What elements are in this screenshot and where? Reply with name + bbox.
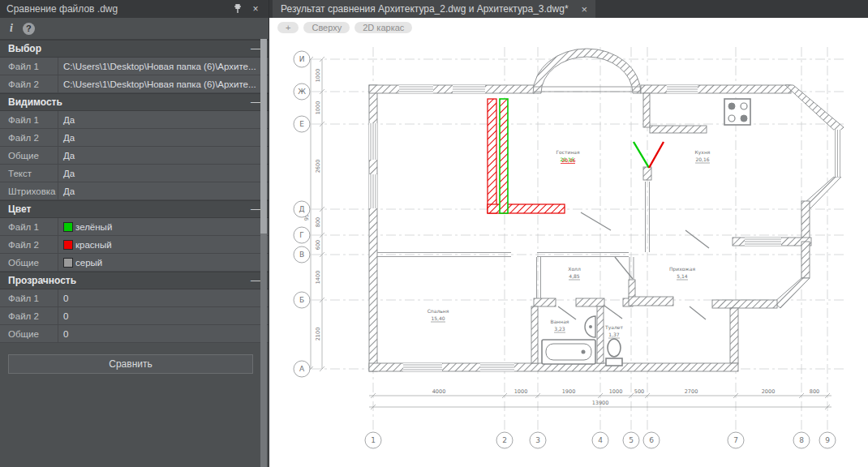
collapse-icon[interactable]: — [251, 43, 260, 54]
svg-text:Е: Е [299, 120, 304, 128]
row-file1-path[interactable]: Файл 1 C:\Users\1\Desktop\Новая папка (6… [0, 58, 269, 75]
collapse-icon[interactable]: — [251, 275, 260, 286]
svg-text:1,37: 1,37 [608, 332, 620, 337]
row-color-file1[interactable]: Файл 1 зелёный [0, 218, 269, 236]
svg-text:500: 500 [634, 388, 644, 395]
walls-common [369, 49, 844, 371]
svg-text:Д: Д [299, 205, 304, 213]
svg-text:1000: 1000 [514, 388, 528, 395]
svg-text:2700: 2700 [685, 388, 698, 395]
svg-text:В: В [299, 251, 304, 259]
svg-text:Кухня: Кухня [695, 149, 711, 156]
svg-text:1000: 1000 [315, 101, 321, 115]
changed-door[interactable] [634, 142, 664, 168]
pin-icon[interactable] [231, 2, 244, 15]
svg-text:2600: 2600 [315, 160, 321, 174]
svg-text:Холл: Холл [568, 266, 581, 272]
row-color-file2[interactable]: Файл 2 красный [0, 236, 269, 254]
drawing-tabbar: Результат сравнения Архитектура_2.dwg и … [269, 0, 868, 18]
tab-close-icon[interactable]: × [582, 3, 588, 15]
svg-text:Ванная: Ванная [551, 319, 569, 324]
stove-icon [724, 99, 750, 125]
svg-text:20,16: 20,16 [561, 157, 575, 163]
section-header-visibility[interactable]: Видимость — [0, 93, 269, 111]
collapse-icon[interactable]: — [251, 96, 260, 108]
svg-text:2100: 2100 [315, 328, 321, 341]
gray-swatch [63, 258, 73, 268]
svg-text:600: 600 [315, 240, 321, 250]
sink-icon [585, 316, 595, 337]
svg-text:Спальня: Спальня [428, 308, 449, 314]
section-header-color[interactable]: Цвет — [0, 200, 269, 218]
svg-text:Гостиная: Гостиная [556, 149, 580, 155]
svg-text:4: 4 [598, 436, 603, 444]
svg-text:13900: 13900 [592, 400, 609, 406]
compare-files-palette: Сравнение файлов .dwg × i ? Выбор — Файл… [0, 0, 269, 467]
red-swatch [63, 240, 73, 250]
svg-text:5,14: 5,14 [677, 273, 688, 279]
svg-text:7: 7 [733, 436, 738, 444]
viewport-style-button[interactable]: 2D каркас [355, 22, 412, 33]
svg-text:4000: 4000 [432, 388, 446, 395]
palette-title: Сравнение файлов .dwg [6, 3, 226, 15]
svg-text:6: 6 [649, 436, 654, 444]
bathtub-icon [542, 340, 595, 364]
row-visibility-common[interactable]: Общие Да [0, 147, 269, 165]
section-header-selection[interactable]: Выбор — [0, 40, 269, 58]
section-header-transparency[interactable]: Прозрачность — [0, 272, 269, 289]
changed-wall-added[interactable] [500, 99, 508, 213]
svg-text:1000: 1000 [315, 69, 321, 83]
drawing-canvas[interactable]: + Сверху 2D каркас [269, 18, 868, 467]
viewport-view-button[interactable]: Сверху [303, 22, 350, 33]
svg-text:8: 8 [799, 436, 804, 444]
svg-text:Г: Г [299, 231, 304, 239]
svg-text:3,23: 3,23 [554, 326, 565, 332]
partitions [377, 87, 650, 298]
scrollbar-thumb[interactable] [260, 39, 267, 234]
row-transparency-file1[interactable]: Файл 1 0 [0, 289, 269, 307]
panel-scrollbar[interactable] [260, 39, 267, 467]
row-file2-path[interactable]: Файл 2 C:\Users\1\Desktop\Новая папка (6… [0, 75, 269, 93]
svg-text:9: 9 [825, 436, 830, 444]
svg-text:4,85: 4,85 [569, 273, 580, 279]
viewport-expand-button[interactable]: + [277, 22, 299, 33]
info-icon[interactable]: i [10, 22, 13, 35]
svg-text:15,40: 15,40 [431, 315, 445, 321]
row-visibility-hatch[interactable]: Штриховка Да [0, 182, 269, 200]
svg-text:5: 5 [629, 436, 634, 444]
svg-text:3: 3 [535, 436, 540, 444]
help-icon[interactable]: ? [23, 23, 35, 35]
green-swatch [63, 222, 73, 232]
row-visibility-file1[interactable]: Файл 1 Да [0, 111, 269, 129]
floor-plan[interactable]: 4000 1000 1900 1000 500 2700 2000 800 13… [269, 18, 868, 467]
palette-titlebar[interactable]: Сравнение файлов .dwg × [0, 0, 269, 18]
svg-text:1400: 1400 [315, 271, 321, 285]
svg-text:Прихожая: Прихожая [669, 266, 696, 272]
svg-text:800: 800 [315, 217, 321, 227]
tab-compare-result[interactable]: Результат сравнения Архитектура_2.dwg и … [273, 0, 595, 18]
row-transparency-common[interactable]: Общие 0 [0, 325, 269, 343]
tab-title: Результат сравнения Архитектура_2.dwg и … [281, 3, 569, 15]
row-visibility-text[interactable]: Текст Да [0, 165, 269, 182]
svg-text:1900: 1900 [562, 388, 576, 395]
room-labels: Гостиная 20,16 20,16 Кухня 20,16 Холл 4,… [428, 149, 711, 338]
toilet-icon [606, 339, 622, 366]
svg-text:Б: Б [299, 296, 304, 304]
collapse-icon[interactable]: — [251, 204, 260, 215]
svg-text:Туалет: Туалет [604, 324, 623, 331]
viewport-controls: + Сверху 2D каркас [277, 22, 412, 33]
svg-text:Ж: Ж [298, 88, 306, 96]
compare-button[interactable]: Сравнить [8, 354, 253, 374]
row-visibility-file2[interactable]: Файл 2 Да [0, 129, 269, 147]
svg-text:2: 2 [502, 436, 507, 444]
svg-text:И: И [299, 55, 305, 63]
palette-toolbar: i ? [0, 18, 269, 40]
row-transparency-file2[interactable]: Файл 2 0 [0, 307, 269, 325]
row-color-common[interactable]: Общие серый [0, 254, 269, 272]
svg-text:20,16: 20,16 [695, 156, 709, 162]
svg-text:2000: 2000 [762, 388, 776, 395]
svg-text:800: 800 [810, 388, 819, 395]
svg-text:1000: 1000 [609, 388, 623, 395]
svg-text:А: А [299, 365, 305, 373]
close-icon[interactable]: × [249, 2, 262, 15]
